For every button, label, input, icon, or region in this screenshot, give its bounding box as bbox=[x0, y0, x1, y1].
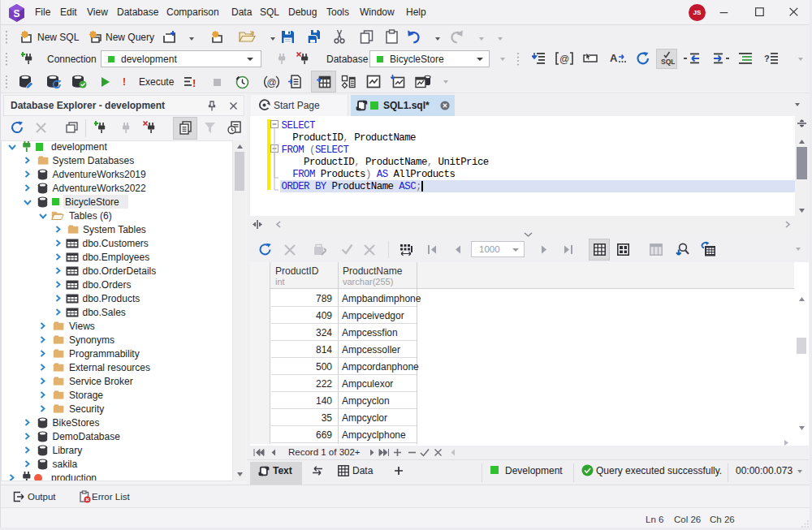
svg-text:@: @ bbox=[267, 77, 277, 88]
svg-text:A: A bbox=[610, 52, 618, 64]
svg-text:S: S bbox=[13, 8, 19, 19]
svg-text:@: @ bbox=[559, 54, 569, 65]
svg-text:!: ! bbox=[192, 77, 196, 88]
svg-text:SQL: SQL bbox=[661, 58, 675, 66]
svg-text:?: ? bbox=[764, 54, 770, 63]
